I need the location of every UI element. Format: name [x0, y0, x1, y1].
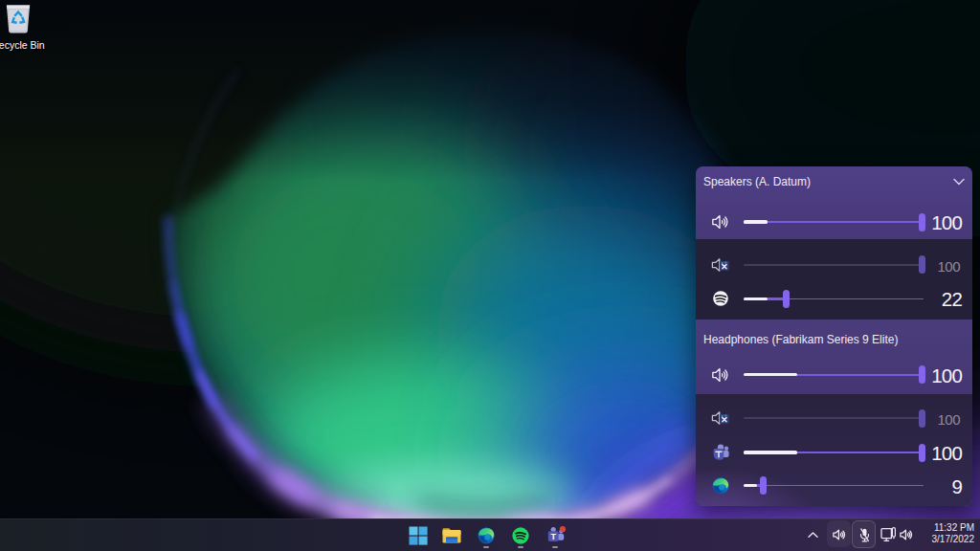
svg-text:T: T: [550, 532, 556, 541]
